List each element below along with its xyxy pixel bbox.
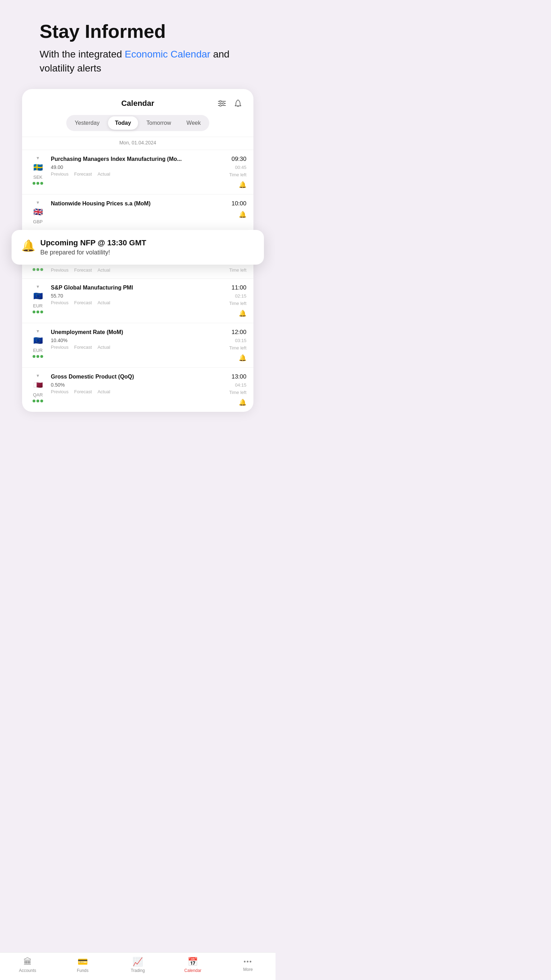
dot-q2: [37, 399, 39, 402]
alert-popup: 🔔 Upcoming NFP @ 13:30 GMT Be prepared f…: [11, 230, 264, 265]
label-actual-p: Actual: [97, 267, 110, 273]
label-actual: Actual: [97, 172, 110, 177]
event-value-eur1: 55.70: [51, 293, 214, 299]
event-name-gbp: Nationwide Housing Prices s.a (MoM): [51, 200, 214, 207]
time-left-eur1: Time left: [229, 301, 247, 306]
calendar-event-row-qar: ▼ 🇶🇦 QAR Gross Domestic Product (QoQ) 0.…: [22, 368, 253, 412]
alert-popup-subtitle: Be prepared for volatility!: [40, 249, 146, 256]
label-forecast: Forecast: [74, 172, 92, 177]
alert-bell-qar[interactable]: 🔔: [239, 399, 247, 406]
subtitle-part1: With the integrated: [40, 49, 125, 60]
chevron-icon: ▼: [36, 156, 40, 161]
tab-week[interactable]: Week: [180, 116, 208, 130]
tab-today[interactable]: Today: [108, 116, 138, 130]
calendar-event-row: ▼ 🇸🇪 SEK Purchasing Managers Index Manuf…: [22, 150, 253, 194]
time-left-partial: Time left: [229, 267, 247, 273]
event-labels-sek: Previous Forecast Actual: [51, 172, 214, 177]
event-labels-partial: Previous Forecast Actual: [51, 267, 214, 273]
event-details-eur2: Unemployment Rate (MoM) 10.40% Previous …: [51, 329, 214, 350]
dots-partial: [33, 268, 43, 271]
time-main-sek: 09:30: [231, 156, 247, 162]
hero-section: Stay Informed With the integrated Econom…: [40, 21, 236, 75]
row-left-eur1: ▼ 🇪🇺 EUR: [29, 284, 47, 313]
dot-eu1: [33, 355, 35, 358]
label-forecast-p: Forecast: [74, 267, 92, 273]
event-details-qar: Gross Domestic Product (QoQ) 0.50% Previ…: [51, 373, 214, 394]
tab-wrapper: Yesterday Today Tomorrow Week: [66, 115, 209, 131]
svg-point-3: [220, 100, 221, 102]
dots-qar: [33, 399, 43, 402]
calendar-card: Calendar Yesterda: [22, 89, 253, 412]
event-details-eur1: S&P Global Manufacturing PMI 55.70 Previ…: [51, 284, 214, 305]
alert-bell-sek[interactable]: 🔔: [239, 181, 247, 189]
event-labels-eur1: Previous Forecast Actual: [51, 300, 214, 305]
label-fore-eu2: Forecast: [74, 345, 92, 350]
alert-popup-bell: 🔔: [21, 239, 35, 252]
flag-eur1: 🇪🇺: [32, 291, 43, 302]
label-act-e1: Actual: [97, 300, 110, 305]
event-time-eur2: 12:00 03:15 Time left 🔔: [218, 329, 247, 362]
chevron-icon-gbp: ▼: [36, 200, 40, 205]
alert-popup-text: Upcoming NFP @ 13:30 GMT Be prepared for…: [40, 238, 146, 256]
time-left-qar: Time left: [229, 390, 247, 395]
event-time-eur1: 11:00 02:15 Time left 🔔: [218, 284, 247, 317]
time-sub-eur2: 03:15: [235, 338, 247, 343]
chevron-icon-qar: ▼: [36, 373, 40, 378]
tab-yesterday[interactable]: Yesterday: [68, 116, 107, 130]
event-value-sek: 49.00: [51, 164, 214, 170]
dot-1: [33, 182, 35, 185]
alert-popup-title: Upcoming NFP @ 13:30 GMT: [40, 238, 146, 247]
filter-icon[interactable]: [216, 98, 228, 109]
row-left-qar: ▼ 🇶🇦 QAR: [29, 373, 47, 402]
dot-p2: [37, 268, 39, 271]
bell-icon[interactable]: [233, 98, 244, 109]
label-fore-e1: Forecast: [74, 300, 92, 305]
hero-title: Stay Informed: [40, 21, 236, 42]
time-main-eur2: 12:00: [231, 329, 247, 336]
label-prev-eu2: Previous: [51, 345, 69, 350]
time-main-gbp: 10:00: [231, 200, 247, 207]
partial-labels: Previous Forecast Actual: [51, 267, 214, 273]
dot-3: [40, 182, 43, 185]
calendar-date: Mon, 01.04.2024: [22, 137, 253, 150]
event-details-gbp: Nationwide Housing Prices s.a (MoM): [51, 200, 214, 209]
label-fore-qar: Forecast: [74, 389, 92, 394]
event-name-eur1: S&P Global Manufacturing PMI: [51, 284, 214, 292]
tab-tomorrow[interactable]: Tomorrow: [140, 116, 178, 130]
event-time-gbp: 10:00 🔔: [218, 200, 247, 218]
time-sub-eur1: 02:15: [235, 293, 247, 299]
label-act-eu2: Actual: [97, 345, 110, 350]
event-name-qar: Gross Domestic Product (QoQ): [51, 373, 214, 381]
flag-gbp: 🇬🇧: [32, 207, 43, 218]
time-left-sek: Time left: [229, 172, 247, 177]
event-labels-eur2: Previous Forecast Actual: [51, 345, 214, 350]
calendar-event-row-gbp: ▼ 🇬🇧 GBP Nationwide Housing Prices s.a (…: [22, 194, 253, 230]
currency-sek: SEK: [33, 175, 42, 180]
currency-eur2: EUR: [33, 348, 42, 353]
alert-bell-eur2[interactable]: 🔔: [239, 354, 247, 362]
event-time-qar: 13:00 04:15 Time left 🔔: [218, 373, 247, 406]
event-name-eur2: Unemployment Rate (MoM): [51, 329, 214, 336]
event-labels-qar: Previous Forecast Actual: [51, 389, 214, 394]
dot-q1: [33, 399, 35, 402]
dot-2: [37, 182, 39, 185]
chevron-icon-eur1: ▼: [36, 284, 40, 289]
chevron-icon-eur2: ▼: [36, 329, 40, 334]
label-previous: Previous: [51, 172, 69, 177]
currency-qar: QAR: [33, 392, 43, 398]
event-name-sek: Purchasing Managers Index Manufacturing …: [51, 156, 214, 163]
svg-point-5: [220, 105, 221, 106]
row-left-gbp: ▼ 🇬🇧 GBP: [29, 200, 47, 224]
dot-eu2: [37, 355, 39, 358]
event-time-sek: 09:30 00:45 Time left 🔔: [218, 156, 247, 189]
label-act-qar: Actual: [97, 389, 110, 394]
tab-container: Yesterday Today Tomorrow Week: [22, 115, 253, 137]
flag-eur2: 🇪🇺: [32, 335, 43, 346]
dot-p3: [40, 268, 43, 271]
alert-bell-eur1[interactable]: 🔔: [239, 310, 247, 317]
row-left-partial: [29, 267, 47, 271]
alert-bell-gbp[interactable]: 🔔: [239, 211, 247, 218]
dots-eur2: [33, 355, 43, 358]
dot-e2: [37, 310, 39, 313]
time-partial: Time left: [218, 267, 247, 273]
